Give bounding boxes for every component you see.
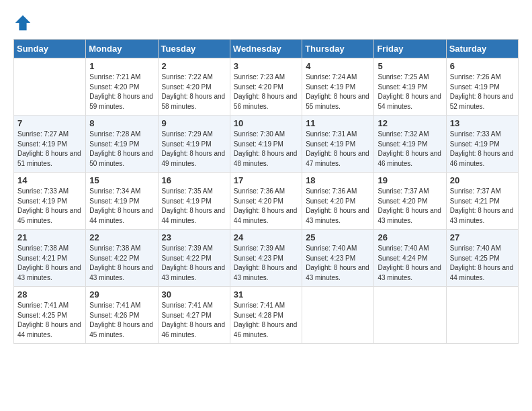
calendar-cell: 1 Sunrise: 7:21 AMSunset: 4:20 PMDayligh…: [86, 58, 158, 116]
calendar-cell: 17 Sunrise: 7:36 AMSunset: 4:20 PMDaylig…: [230, 173, 302, 230]
day-info: Sunrise: 7:31 AMSunset: 4:19 PMDaylight:…: [306, 130, 369, 167]
calendar-cell: 31 Sunrise: 7:41 AMSunset: 4:28 PMDaylig…: [230, 287, 302, 344]
calendar-week-row: 14 Sunrise: 7:33 AMSunset: 4:19 PMDaylig…: [14, 173, 519, 230]
calendar-cell: [374, 287, 446, 344]
logo: [13, 13, 35, 32]
day-info: Sunrise: 7:22 AMSunset: 4:20 PMDaylight:…: [162, 73, 226, 110]
day-info: Sunrise: 7:33 AMSunset: 4:19 PMDaylight:…: [17, 187, 81, 224]
day-number: 30: [162, 289, 226, 300]
day-info: Sunrise: 7:41 AMSunset: 4:27 PMDaylight:…: [162, 302, 226, 338]
day-info: Sunrise: 7:41 AMSunset: 4:26 PMDaylight:…: [89, 302, 153, 338]
day-number: 28: [17, 289, 82, 300]
page-header: [13, 13, 519, 32]
day-info: Sunrise: 7:37 AMSunset: 4:21 PMDaylight:…: [450, 187, 514, 224]
day-number: 20: [450, 175, 515, 185]
calendar-table: SundayMondayTuesdayWednesdayThursdayFrid…: [13, 39, 519, 344]
day-number: 29: [89, 289, 154, 300]
day-number: 2: [162, 61, 226, 71]
day-number: 3: [234, 61, 298, 71]
day-number: 4: [306, 61, 370, 71]
day-info: Sunrise: 7:40 AMSunset: 4:24 PMDaylight:…: [378, 244, 441, 281]
day-number: 17: [234, 175, 298, 185]
day-number: 9: [162, 118, 226, 128]
calendar-cell: 18 Sunrise: 7:36 AMSunset: 4:20 PMDaylig…: [302, 173, 374, 230]
column-header-tuesday: Tuesday: [158, 40, 230, 58]
calendar-cell: 16 Sunrise: 7:35 AMSunset: 4:19 PMDaylig…: [158, 173, 230, 230]
column-header-saturday: Saturday: [446, 40, 518, 58]
calendar-cell: 10 Sunrise: 7:30 AMSunset: 4:19 PMDaylig…: [230, 116, 302, 173]
day-number: 1: [89, 61, 154, 71]
calendar-cell: 8 Sunrise: 7:28 AMSunset: 4:19 PMDayligh…: [86, 116, 158, 173]
calendar-cell: 29 Sunrise: 7:41 AMSunset: 4:26 PMDaylig…: [86, 287, 158, 344]
day-number: 11: [306, 118, 370, 128]
calendar-cell: 20 Sunrise: 7:37 AMSunset: 4:21 PMDaylig…: [446, 173, 518, 230]
calendar-cell: [302, 287, 374, 344]
svg-marker-0: [15, 15, 30, 30]
calendar-cell: 11 Sunrise: 7:31 AMSunset: 4:19 PMDaylig…: [302, 116, 374, 173]
day-number: 23: [162, 232, 226, 242]
day-info: Sunrise: 7:39 AMSunset: 4:22 PMDaylight:…: [162, 244, 226, 281]
day-info: Sunrise: 7:24 AMSunset: 4:19 PMDaylight:…: [306, 73, 369, 110]
column-header-monday: Monday: [86, 40, 158, 58]
day-info: Sunrise: 7:41 AMSunset: 4:25 PMDaylight:…: [17, 302, 81, 338]
logo-icon: [13, 13, 32, 32]
calendar-cell: 9 Sunrise: 7:29 AMSunset: 4:19 PMDayligh…: [158, 116, 230, 173]
calendar-week-row: 21 Sunrise: 7:38 AMSunset: 4:21 PMDaylig…: [14, 230, 519, 287]
day-number: 18: [306, 175, 370, 185]
day-number: 31: [234, 289, 298, 300]
calendar-cell: 4 Sunrise: 7:24 AMSunset: 4:19 PMDayligh…: [302, 58, 374, 116]
calendar-cell: 2 Sunrise: 7:22 AMSunset: 4:20 PMDayligh…: [158, 58, 230, 116]
day-number: 26: [378, 232, 442, 242]
day-info: Sunrise: 7:38 AMSunset: 4:21 PMDaylight:…: [17, 244, 81, 281]
day-number: 10: [234, 118, 298, 128]
calendar-week-row: 1 Sunrise: 7:21 AMSunset: 4:20 PMDayligh…: [14, 58, 519, 116]
calendar-cell: 23 Sunrise: 7:39 AMSunset: 4:22 PMDaylig…: [158, 230, 230, 287]
day-info: Sunrise: 7:40 AMSunset: 4:23 PMDaylight:…: [306, 244, 369, 281]
calendar-cell: 12 Sunrise: 7:32 AMSunset: 4:19 PMDaylig…: [374, 116, 446, 173]
day-number: 27: [450, 232, 515, 242]
calendar-cell: 25 Sunrise: 7:40 AMSunset: 4:23 PMDaylig…: [302, 230, 374, 287]
day-number: 19: [378, 175, 442, 185]
day-number: 5: [378, 61, 442, 71]
day-number: 21: [17, 232, 82, 242]
day-number: 8: [89, 118, 154, 128]
column-header-wednesday: Wednesday: [230, 40, 302, 58]
day-number: 7: [17, 118, 82, 128]
calendar-header-row: SundayMondayTuesdayWednesdayThursdayFrid…: [14, 40, 519, 58]
day-info: Sunrise: 7:25 AMSunset: 4:19 PMDaylight:…: [378, 73, 441, 110]
calendar-week-row: 28 Sunrise: 7:41 AMSunset: 4:25 PMDaylig…: [14, 287, 519, 344]
calendar-cell: 15 Sunrise: 7:34 AMSunset: 4:19 PMDaylig…: [86, 173, 158, 230]
day-info: Sunrise: 7:26 AMSunset: 4:19 PMDaylight:…: [450, 73, 514, 110]
day-number: 14: [17, 175, 82, 185]
calendar-cell: 26 Sunrise: 7:40 AMSunset: 4:24 PMDaylig…: [374, 230, 446, 287]
day-info: Sunrise: 7:23 AMSunset: 4:20 PMDaylight:…: [234, 73, 298, 110]
day-info: Sunrise: 7:35 AMSunset: 4:19 PMDaylight:…: [162, 187, 226, 224]
calendar-cell: 22 Sunrise: 7:38 AMSunset: 4:22 PMDaylig…: [86, 230, 158, 287]
day-info: Sunrise: 7:36 AMSunset: 4:20 PMDaylight:…: [234, 187, 298, 224]
day-info: Sunrise: 7:21 AMSunset: 4:20 PMDaylight:…: [89, 73, 153, 110]
calendar-cell: 3 Sunrise: 7:23 AMSunset: 4:20 PMDayligh…: [230, 58, 302, 116]
calendar-cell: 24 Sunrise: 7:39 AMSunset: 4:23 PMDaylig…: [230, 230, 302, 287]
calendar-cell: 13 Sunrise: 7:33 AMSunset: 4:19 PMDaylig…: [446, 116, 518, 173]
day-info: Sunrise: 7:38 AMSunset: 4:22 PMDaylight:…: [89, 244, 153, 281]
day-info: Sunrise: 7:30 AMSunset: 4:19 PMDaylight:…: [234, 130, 298, 167]
day-info: Sunrise: 7:41 AMSunset: 4:28 PMDaylight:…: [234, 302, 298, 338]
day-info: Sunrise: 7:37 AMSunset: 4:20 PMDaylight:…: [378, 187, 441, 224]
calendar-cell: 28 Sunrise: 7:41 AMSunset: 4:25 PMDaylig…: [14, 287, 86, 344]
calendar-cell: [446, 287, 518, 344]
calendar-cell: 21 Sunrise: 7:38 AMSunset: 4:21 PMDaylig…: [14, 230, 86, 287]
day-number: 15: [89, 175, 154, 185]
calendar-cell: 5 Sunrise: 7:25 AMSunset: 4:19 PMDayligh…: [374, 58, 446, 116]
calendar-cell: [14, 58, 86, 116]
day-info: Sunrise: 7:28 AMSunset: 4:19 PMDaylight:…: [89, 130, 153, 167]
calendar-cell: 7 Sunrise: 7:27 AMSunset: 4:19 PMDayligh…: [14, 116, 86, 173]
day-info: Sunrise: 7:40 AMSunset: 4:25 PMDaylight:…: [450, 244, 514, 281]
day-info: Sunrise: 7:32 AMSunset: 4:19 PMDaylight:…: [378, 130, 441, 167]
day-info: Sunrise: 7:33 AMSunset: 4:19 PMDaylight:…: [450, 130, 514, 167]
calendar-cell: 14 Sunrise: 7:33 AMSunset: 4:19 PMDaylig…: [14, 173, 86, 230]
calendar-cell: 30 Sunrise: 7:41 AMSunset: 4:27 PMDaylig…: [158, 287, 230, 344]
day-number: 16: [162, 175, 226, 185]
column-header-sunday: Sunday: [14, 40, 86, 58]
day-info: Sunrise: 7:34 AMSunset: 4:19 PMDaylight:…: [89, 187, 153, 224]
day-number: 13: [450, 118, 515, 128]
